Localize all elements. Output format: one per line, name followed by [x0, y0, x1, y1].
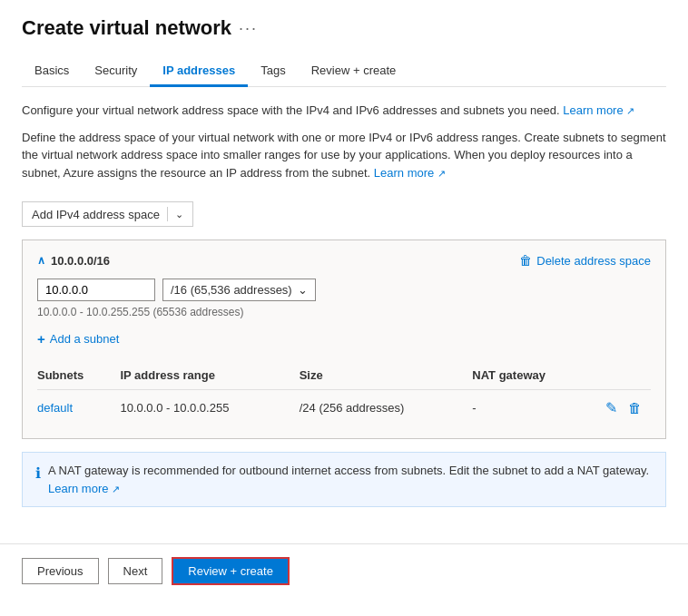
col-subnets: Subnets: [37, 363, 120, 390]
ip-address-input[interactable]: [37, 279, 155, 301]
subnet-nat-gateway-cell: -: [472, 390, 596, 426]
add-subnet-button[interactable]: + Add a subnet: [37, 328, 119, 350]
plus-icon: +: [37, 331, 45, 347]
col-size: Size: [300, 363, 473, 390]
mask-dropdown[interactable]: /16 (65,536 addresses) ⌄: [162, 279, 316, 301]
delete-subnet-button[interactable]: 🗑: [626, 398, 644, 417]
previous-button[interactable]: Previous: [22, 558, 99, 584]
subnet-default-link[interactable]: default: [37, 401, 73, 415]
info-learn-more-link[interactable]: Learn more ↗: [48, 482, 120, 495]
delete-address-space-link[interactable]: 🗑 Delete address space: [519, 253, 651, 268]
add-ipv4-address-space-button[interactable]: Add IPv4 address space ⌄: [22, 201, 193, 227]
info-text: A NAT gateway is recommended for outboun…: [48, 462, 653, 497]
tab-basics[interactable]: Basics: [22, 56, 82, 87]
learn-more-link-1[interactable]: Learn more ↗: [563, 103, 634, 117]
col-actions: [596, 363, 651, 390]
delete-icon: 🗑: [519, 253, 532, 268]
collapse-icon[interactable]: ∧: [37, 254, 45, 267]
tabs-row: Basics Security IP addresses Tags Review…: [22, 56, 666, 87]
footer: Previous Next Review + create: [0, 543, 688, 598]
tab-security[interactable]: Security: [82, 56, 150, 87]
col-ip-range: IP address range: [120, 363, 299, 390]
subnet-size-cell: /24 (256 addresses): [300, 390, 473, 426]
subnet-name-cell: default: [37, 390, 120, 426]
subnet-ip-range-cell: 10.0.0.0 - 10.0.0.255: [120, 390, 299, 426]
description-line2: Define the address space of your virtual…: [22, 129, 666, 182]
external-link-icon-2: ↗: [437, 168, 446, 179]
subnet-actions-cell: ✎ 🗑: [596, 390, 651, 426]
col-nat-gateway: NAT gateway: [472, 363, 596, 390]
address-space-header: ∧ 10.0.0.0/16 🗑 Delete address space: [37, 253, 651, 268]
divider-bar: [167, 207, 168, 221]
address-space-box: ∧ 10.0.0.0/16 🗑 Delete address space /16…: [22, 240, 666, 439]
tab-ip-addresses[interactable]: IP addresses: [150, 56, 248, 87]
subnets-table: Subnets IP address range Size NAT gatewa…: [37, 363, 651, 425]
edit-subnet-button[interactable]: ✎: [604, 397, 619, 418]
tab-review-create[interactable]: Review + create: [299, 56, 409, 87]
next-button[interactable]: Next: [108, 558, 163, 584]
chevron-down-icon: ⌄: [175, 209, 183, 220]
address-space-title: ∧ 10.0.0.0/16: [37, 254, 110, 268]
mask-chevron-icon: ⌄: [298, 283, 308, 297]
review-create-button[interactable]: Review + create: [172, 557, 290, 585]
address-inputs-row: /16 (65,536 addresses) ⌄: [37, 279, 651, 301]
info-external-link-icon: ↗: [112, 484, 120, 494]
learn-more-link-2[interactable]: Learn more ↗: [374, 166, 446, 180]
page-title: Create virtual network: [22, 16, 231, 40]
subnets-table-body: default 10.0.0.0 - 10.0.0.255 /24 (256 a…: [37, 390, 651, 426]
external-link-icon-1: ↗: [626, 105, 634, 116]
info-icon: ℹ: [35, 463, 41, 484]
more-options-icon[interactable]: ···: [239, 19, 258, 38]
info-bar: ℹ A NAT gateway is recommended for outbo…: [22, 452, 666, 507]
subnets-table-header-row: Subnets IP address range Size NAT gatewa…: [37, 363, 651, 390]
tab-tags[interactable]: Tags: [248, 56, 298, 87]
table-row: default 10.0.0.0 - 10.0.0.255 /24 (256 a…: [37, 390, 651, 426]
address-hint: 10.0.0.0 - 10.0.255.255 (65536 addresses…: [37, 306, 651, 318]
description-line1: Configure your virtual network address s…: [22, 102, 666, 120]
subnets-table-header: Subnets IP address range Size NAT gatewa…: [37, 363, 651, 390]
action-icons: ✎ 🗑: [596, 397, 644, 418]
